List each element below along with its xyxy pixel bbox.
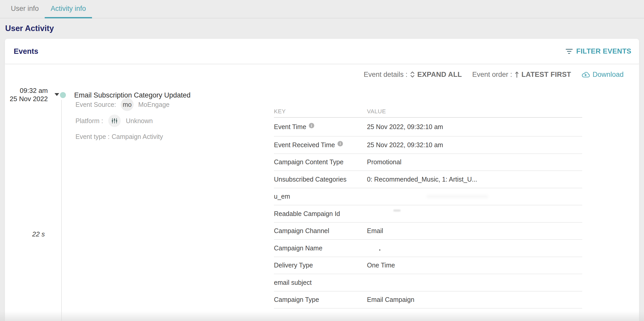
event-timestamp: 09:32 am 25 Nov 2022 xyxy=(5,86,48,103)
platform-sliders-icon xyxy=(108,115,121,127)
table-row: Event Time i 25 Nov 2022, 09:32:10 am xyxy=(274,118,582,137)
event-source-value: MoEngage xyxy=(138,101,170,108)
table-key: Unsubscribed Categories xyxy=(274,176,367,183)
event-order-label: Event order : xyxy=(472,71,512,79)
table-value xyxy=(367,213,582,215)
table-key: email subject xyxy=(274,279,367,286)
table-key: Campaign Content Type xyxy=(274,158,367,166)
table-value: 25 Nov 2022, 09:32:10 am xyxy=(367,141,582,149)
platform-value: Unknown xyxy=(126,117,153,125)
table-row: Delivery Type One Time xyxy=(274,257,582,274)
event-details-label: Event details : xyxy=(364,71,408,79)
tab-activity-info[interactable]: Activity info xyxy=(45,0,92,18)
table-key: Event Time i xyxy=(274,123,367,131)
card-title: Events xyxy=(14,47,38,56)
collapse-caret-icon[interactable] xyxy=(55,93,59,96)
event-type-row: Event type : Campaign Activity xyxy=(75,132,163,141)
event-attributes-table: KEY VALUE Event Time i 25 Nov 2022, 09:3… xyxy=(274,106,582,309)
moengage-badge: mo xyxy=(121,98,134,111)
table-key: Delivery Type xyxy=(274,262,367,269)
timeline-line xyxy=(61,100,62,321)
table-key: u_em xyxy=(274,193,367,200)
card-header: Events FILTER EVENTS xyxy=(5,39,639,64)
tab-bar: User info Activity info xyxy=(0,0,644,18)
table-key: Campaign Channel xyxy=(274,227,367,235)
key-column-header: KEY xyxy=(274,108,367,115)
events-card: Events FILTER EVENTS Event details : EXP… xyxy=(5,39,639,321)
table-key: Campaign Type xyxy=(274,296,367,303)
table-value xyxy=(367,195,582,198)
redacted-value-blur xyxy=(379,249,380,251)
arrow-up-icon xyxy=(515,71,519,78)
expand-all-label: EXPAND ALL xyxy=(417,71,462,79)
download-label: Download xyxy=(593,71,624,79)
expand-all-control[interactable]: Event details : EXPAND ALL xyxy=(364,71,462,79)
table-row: Campaign Name xyxy=(274,240,582,257)
table-key: Readable Campaign Id xyxy=(274,210,367,218)
filter-events-button[interactable]: FILTER EVENTS xyxy=(566,47,631,55)
table-value: 25 Nov 2022, 09:32:10 am xyxy=(367,123,582,131)
table-value: One Time xyxy=(367,262,582,269)
event-type-value: Campaign Activity xyxy=(112,133,163,140)
table-row: Readable Campaign Id xyxy=(274,205,582,223)
download-button[interactable]: Download xyxy=(581,71,624,79)
event-source-row: Event Source: mo MoEngage xyxy=(75,98,170,111)
timeline-dot xyxy=(60,92,66,98)
table-value: Email Campaign xyxy=(367,296,582,303)
table-row: Campaign Type Email Campaign xyxy=(274,292,582,309)
elapsed-time-label: 22 s xyxy=(28,230,49,238)
event-date: 25 Nov 2022 xyxy=(5,95,48,103)
value-column-header: VALUE xyxy=(367,108,386,115)
page-title: User Activity xyxy=(5,24,54,33)
table-row: Campaign Content Type Promotional xyxy=(274,154,582,171)
events-toolbar: Event details : EXPAND ALL Event order :… xyxy=(364,68,624,81)
table-value: 0: Recommended_Music, 1: Artist_U... xyxy=(367,176,582,183)
table-value: Promotional xyxy=(367,158,582,166)
table-row: Unsubscribed Categories 0: Recommended_M… xyxy=(274,171,582,188)
table-row: email subject xyxy=(274,274,582,292)
table-header: KEY VALUE xyxy=(274,106,582,118)
table-value xyxy=(367,248,582,249)
event-type-label: Event type : xyxy=(75,133,110,140)
redacted-value-blur xyxy=(393,210,401,212)
event-source-label: Event Source: xyxy=(75,101,116,108)
table-row: Event Received Time i 25 Nov 2022, 09:32… xyxy=(274,137,582,154)
redacted-value-blur xyxy=(426,195,488,198)
info-icon[interactable]: i xyxy=(309,123,314,128)
table-key: Campaign Name xyxy=(274,244,367,252)
cloud-download-icon xyxy=(581,71,590,78)
order-value-label: LATEST FIRST xyxy=(522,71,571,79)
platform-row: Platform : Unknown xyxy=(75,114,153,127)
unfold-more-icon xyxy=(410,71,415,78)
event-order-control[interactable]: Event order : LATEST FIRST xyxy=(472,71,571,79)
event-time: 09:32 am xyxy=(5,86,48,95)
table-key: Event Received Time i xyxy=(274,141,367,149)
platform-label: Platform : xyxy=(75,117,103,125)
table-row: u_em xyxy=(274,188,582,206)
table-row: Campaign Channel Email xyxy=(274,223,582,240)
filter-icon xyxy=(566,49,573,54)
table-value: Email xyxy=(367,227,582,235)
tab-user-info[interactable]: User info xyxy=(5,0,45,18)
info-icon[interactable]: i xyxy=(338,141,343,146)
filter-events-label: FILTER EVENTS xyxy=(576,47,631,55)
